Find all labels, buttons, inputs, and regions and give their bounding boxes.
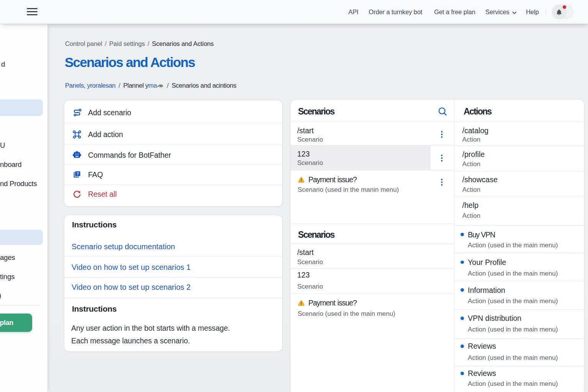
svg-text:?: ? [77,172,79,176]
